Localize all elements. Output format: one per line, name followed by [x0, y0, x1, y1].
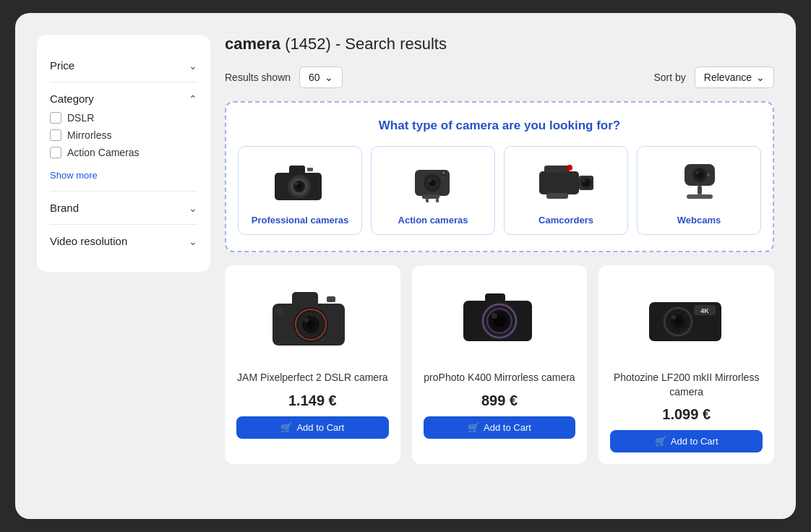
checkbox-action[interactable] [50, 147, 61, 158]
add-to-cart-label-1: Add to Cart [296, 422, 344, 433]
svg-rect-14 [426, 199, 429, 202]
product-img-3: 4K [636, 277, 737, 364]
svg-rect-24 [546, 193, 568, 199]
professional-cameras-label: Professional cameras [252, 215, 348, 226]
svg-point-60 [671, 315, 676, 319]
svg-rect-33 [687, 194, 713, 199]
svg-rect-35 [292, 292, 318, 306]
filter-category-header[interactable]: Category ⌃ [50, 93, 197, 105]
add-to-cart-label-2: Add to Cart [484, 422, 531, 433]
sort-select[interactable]: Relevance ⌄ [695, 66, 774, 88]
svg-point-23 [583, 179, 585, 182]
webcam-img [666, 157, 731, 207]
filter-brand: Brand ⌄ [50, 192, 197, 225]
cart-icon-2: 🛒 [468, 422, 479, 433]
filter-price: Price ⌄ [50, 49, 197, 82]
filter-item-mirrorless[interactable]: Mirrorless [50, 129, 197, 141]
action-cameras-label: Action cameras [398, 215, 468, 226]
toolbar: Results shown 60 ⌄ Sort by Relevance ⌄ [225, 66, 774, 88]
svg-point-40 [304, 318, 309, 322]
filter-brand-label: Brand [50, 202, 79, 214]
svg-point-17 [442, 171, 446, 175]
filter-category-chevron: ⌃ [189, 93, 197, 105]
checkbox-mirrorless[interactable] [50, 129, 61, 141]
filter-item-action[interactable]: Action Cameras [50, 147, 197, 158]
svg-point-12 [429, 179, 432, 182]
svg-rect-19 [544, 166, 570, 173]
main-content: camera (1452) - Search results Results s… [225, 35, 774, 497]
filter-category: Category ⌃ DSLR Mirrorless Action Camera… [50, 82, 197, 192]
filter-item-mirrorless-label: Mirrorless [67, 129, 111, 141]
category-items: DSLR Mirrorless Action Cameras Show more [50, 112, 197, 181]
show-more-link[interactable]: Show more [50, 170, 197, 181]
results-shown-label: Results shown [225, 72, 291, 83]
filter-video-res-label: Video resolution [50, 235, 127, 247]
sort-value: Relevance [704, 72, 752, 83]
product-img-1 [262, 277, 363, 364]
svg-point-50 [492, 313, 497, 319]
svg-rect-15 [436, 199, 439, 202]
results-count-select[interactable]: 60 ⌄ [299, 66, 343, 88]
filter-brand-header[interactable]: Brand ⌄ [50, 202, 197, 214]
category-card-professional[interactable]: Professional cameras [238, 146, 362, 235]
result-count: (1452) - Search results [285, 35, 447, 53]
product-price-3: 1.099 € [662, 406, 711, 423]
svg-rect-1 [289, 166, 305, 176]
svg-point-31 [707, 173, 710, 176]
filter-category-label: Category [50, 93, 94, 105]
professional-camera-img [267, 157, 332, 207]
checkbox-dslr[interactable] [50, 112, 61, 124]
svg-point-43 [276, 307, 283, 314]
filter-video-res-header[interactable]: Video resolution ⌄ [50, 235, 197, 247]
add-to-cart-btn-2[interactable]: 🛒 Add to Cart [424, 416, 576, 439]
filter-price-chevron: ⌄ [189, 60, 197, 72]
svg-rect-7 [307, 168, 313, 171]
filter-item-action-label: Action Cameras [67, 147, 140, 158]
product-card-2: proPhoto K400 Mirrorless camera 899 € 🛒 … [412, 265, 588, 464]
svg-point-59 [674, 318, 682, 325]
add-to-cart-label-3: Add to Cart [671, 436, 718, 447]
category-card-action[interactable]: Action cameras [371, 146, 495, 235]
svg-text:4K: 4K [700, 307, 709, 314]
filter-price-header[interactable]: Price ⌄ [50, 59, 197, 72]
svg-rect-42 [327, 296, 335, 302]
cart-icon-1: 🛒 [280, 422, 292, 433]
product-name-3: Photozine LF200 mkII Mirrorless camera [610, 371, 763, 399]
product-price-2: 899 € [481, 392, 518, 409]
camcorders-label: Camcorders [538, 215, 593, 226]
add-to-cart-btn-1[interactable]: 🛒 Add to Cart [236, 416, 389, 439]
page-title: camera (1452) - Search results [225, 35, 774, 53]
sidebar: Price ⌄ Category ⌃ DSLR Mirrorless [37, 35, 210, 272]
product-grid: JAM Pixelperfect 2 DSLR camera 1.149 € 🛒… [225, 265, 774, 464]
svg-rect-32 [698, 186, 702, 194]
results-count-value: 60 [309, 72, 320, 83]
add-to-cart-btn-3[interactable]: 🛒 Add to Cart [610, 430, 763, 452]
product-price-1: 1.149 € [288, 392, 337, 409]
sort-by-label: Sort by [653, 72, 685, 83]
filter-video-res: Video resolution ⌄ [50, 225, 197, 257]
svg-point-25 [567, 165, 572, 171]
category-card-camcorder[interactable]: Camcorders [504, 146, 628, 235]
search-term: camera [225, 35, 280, 53]
results-count-chevron: ⌄ [325, 72, 333, 83]
camcorder-img [533, 157, 598, 207]
svg-point-30 [696, 171, 699, 174]
filter-item-dslr[interactable]: DSLR [50, 112, 197, 124]
svg-rect-45 [485, 293, 505, 302]
category-card-webcam[interactable]: Webcams [637, 146, 761, 235]
product-card-1: JAM Pixelperfect 2 DSLR camera 1.149 € 🛒… [225, 265, 400, 464]
suggestion-title: What type of camera are you looking for? [238, 119, 761, 133]
product-card-3: 4K Photozine LF200 mkII Mirrorless camer… [598, 265, 774, 464]
product-name-2: proPhoto K400 Mirrorless camera [424, 371, 575, 385]
product-name-1: JAM Pixelperfect 2 DSLR camera [237, 371, 388, 385]
svg-rect-13 [422, 194, 439, 199]
webcams-label: Webcams [677, 215, 721, 226]
svg-point-6 [295, 182, 298, 185]
main-container: Price ⌄ Category ⌃ DSLR Mirrorless [15, 13, 796, 519]
product-img-2 [449, 277, 550, 364]
category-grid: Professional cameras [238, 146, 761, 235]
filter-video-res-chevron: ⌄ [189, 236, 197, 247]
sort-chevron: ⌄ [756, 72, 765, 83]
svg-rect-18 [539, 171, 579, 194]
filter-brand-chevron: ⌄ [189, 202, 197, 214]
